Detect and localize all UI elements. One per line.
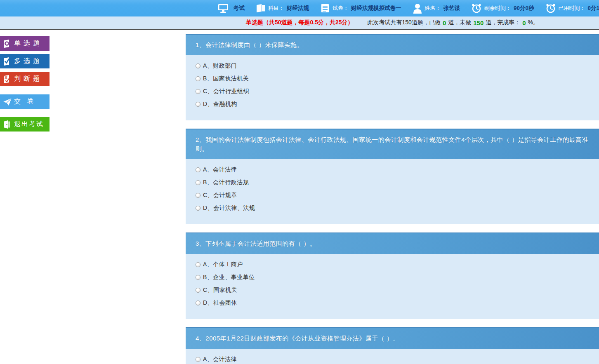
topbar-label: 剩余时间： — [484, 5, 511, 12]
question-title: 4、2005年1月22日财政部发布的《会计从业资格管理办法》属于（ ）。 — [186, 327, 599, 349]
judge-icon — [3, 75, 12, 84]
paper-plane-icon — [3, 97, 12, 106]
option-label[interactable]: B、国家执法机关 — [203, 75, 249, 82]
submit-paper-button[interactable]: 交卷 — [0, 94, 50, 109]
option-radio[interactable] — [196, 301, 200, 305]
sidebar-item-multi-choice[interactable]: 多选题 — [0, 54, 50, 68]
topbar-value: 财经法规模拟试卷一 — [351, 5, 401, 12]
topbar-elapsed-time: 已用时间： 0分1秒 — [545, 3, 599, 14]
option-radio[interactable] — [196, 193, 200, 198]
option-label[interactable]: A、财政部门 — [203, 62, 237, 70]
option-row[interactable]: C、会计规章 — [196, 189, 589, 202]
topbar-remaining-time: 剩余时间： 90分0秒 — [471, 3, 534, 14]
book-icon — [256, 3, 266, 13]
progress-suffix: 道，完成率： — [486, 19, 520, 26]
topbar-value: 考试 — [233, 5, 245, 12]
progress-prefix: 此次考试共有150道题，已做 — [368, 19, 441, 26]
sidebar-item-judge[interactable]: 判断题 — [0, 72, 50, 86]
option-radio[interactable] — [196, 102, 200, 107]
option-row[interactable]: C、会计行业组织 — [196, 85, 589, 98]
alarm-clock-icon — [545, 3, 556, 14]
topbar-paper: 试卷： 财经法规模拟试卷一 — [320, 3, 401, 13]
option-radio[interactable] — [196, 63, 200, 68]
completion-rate: 0 — [522, 19, 526, 26]
option-label[interactable]: D、社会团体 — [203, 299, 237, 307]
option-radio[interactable] — [196, 180, 200, 185]
question-block-3: 3、下列不属于会计法适用范围的有（ ）。 A、个体工商户 B、企业、事业单位 C… — [186, 232, 599, 319]
option-radio[interactable] — [196, 167, 200, 172]
document-icon — [320, 3, 330, 13]
done-count: 0 — [443, 19, 446, 26]
topbar-value: 90分0秒 — [514, 5, 534, 12]
progress-mid: 道，未做 — [448, 19, 471, 26]
exam-page: 考试 科目： 财经法规 试卷： 财经法规模拟试卷一 姓名： 张艺谋 — [0, 0, 599, 364]
question-options: A、个体工商户 B、企业、事业单位 C、国家机关 D、社会团体 — [186, 254, 599, 319]
topbar-value: 财经法规 — [287, 5, 309, 12]
sidebar: 单选题 多选题 判断题 交卷 退出考试 — [0, 36, 50, 135]
question-list: 1、会计法律制度由（ ）来保障实施。 A、财政部门 B、国家执法机关 C、会计行… — [186, 34, 599, 364]
option-label[interactable]: B、会计行政法规 — [203, 179, 249, 186]
single-choice-icon — [3, 39, 12, 48]
option-label[interactable]: C、会计规章 — [203, 192, 237, 199]
sidebar-item-label: 退出考试 — [14, 120, 44, 129]
progress-tail: %。 — [528, 19, 539, 26]
option-row[interactable]: A、个体工商户 — [196, 258, 589, 271]
question-block-1: 1、会计法律制度由（ ）来保障实施。 A、财政部门 B、国家执法机关 C、会计行… — [186, 34, 599, 120]
progress-summary: 此次考试共有150道题，已做 0 道，未做 150 道，完成率： 0 %。 — [368, 19, 539, 26]
topbar-name: 姓名： 张艺谋 — [413, 3, 460, 14]
option-row[interactable]: D、会计法律、法规 — [196, 202, 589, 214]
topbar-label: 科目： — [268, 5, 284, 12]
option-row[interactable]: D、金融机构 — [196, 98, 589, 110]
question-title: 3、下列不属于会计法适用范围的有（ ）。 — [186, 232, 599, 254]
option-radio[interactable] — [196, 275, 200, 280]
option-row[interactable]: D、社会团体 — [196, 296, 589, 309]
question-block-2: 2、我国的会计法律制度包括会计法律、会计行政法规、国家统一的会计制度和会计规范性… — [186, 129, 599, 224]
multi-choice-icon — [3, 57, 12, 66]
person-icon — [413, 3, 422, 14]
monitor-icon — [218, 3, 229, 13]
option-row[interactable]: B、国家执法机关 — [196, 72, 589, 85]
alarm-clock-icon — [471, 3, 482, 14]
question-title: 1、会计法律制度由（ ）来保障实施。 — [186, 34, 599, 55]
topbar-value: 0分1秒 — [588, 5, 599, 12]
topbar-exam-title: 考试 — [218, 3, 245, 13]
option-radio[interactable] — [196, 206, 200, 211]
option-row[interactable]: C、国家机关 — [196, 284, 589, 296]
exit-door-icon — [3, 120, 12, 129]
option-radio[interactable] — [196, 76, 200, 81]
option-label[interactable]: D、会计法律、法规 — [203, 204, 255, 212]
exit-exam-button[interactable]: 退出考试 — [0, 117, 50, 132]
undone-count: 150 — [473, 19, 483, 26]
topbar-value: 张艺谋 — [443, 5, 460, 12]
topbar-subject: 科目： 财经法规 — [256, 3, 309, 13]
section-info: 单选题（共50道题，每题0.5分，共25分） — [246, 19, 354, 26]
option-row[interactable]: B、企业、事业单位 — [196, 271, 589, 284]
option-row[interactable]: B、会计行政法规 — [196, 176, 589, 189]
option-radio[interactable] — [196, 357, 200, 362]
option-label[interactable]: C、会计行业组织 — [203, 88, 249, 95]
option-row[interactable]: A、财政部门 — [196, 59, 589, 72]
sidebar-item-single-choice[interactable]: 单选题 — [0, 36, 50, 51]
option-row[interactable]: A、会计法律 — [196, 163, 589, 176]
sidebar-item-label: 判断题 — [14, 75, 42, 83]
topbar-label: 姓名： — [425, 5, 441, 12]
topbar-label: 已用时间： — [559, 5, 585, 12]
question-options: A、会计法律 B、会计行政法规 C、会计规章 D、会计法律、法规 — [186, 159, 599, 224]
question-options: A、财政部门 B、国家执法机关 C、会计行业组织 D、金融机构 — [186, 55, 599, 120]
question-options: A、会计法律 B、会计规章 — [186, 349, 599, 364]
question-title: 2、我国的会计法律制度包括会计法律、会计行政法规、国家统一的会计制度和会计规范性… — [186, 129, 599, 159]
subheader: 单选题（共50道题，每题0.5分，共25分） 此次考试共有150道题，已做 0 … — [0, 16, 599, 30]
option-radio[interactable] — [196, 89, 200, 94]
option-radio[interactable] — [196, 262, 200, 267]
option-label[interactable]: C、国家机关 — [203, 287, 237, 294]
option-label[interactable]: A、会计法律 — [203, 356, 237, 363]
option-label[interactable]: A、会计法律 — [203, 166, 237, 174]
option-label[interactable]: D、金融机构 — [203, 101, 237, 108]
option-radio[interactable] — [196, 288, 200, 293]
option-label[interactable]: A、个体工商户 — [203, 261, 243, 268]
topbar: 考试 科目： 财经法规 试卷： 财经法规模拟试卷一 姓名： 张艺谋 — [0, 0, 599, 16]
option-label[interactable]: B、企业、事业单位 — [203, 274, 255, 281]
sidebar-item-label: 多选题 — [14, 57, 42, 66]
option-row[interactable]: A、会计法律 — [196, 353, 589, 364]
sidebar-item-label: 交卷 — [14, 97, 40, 106]
